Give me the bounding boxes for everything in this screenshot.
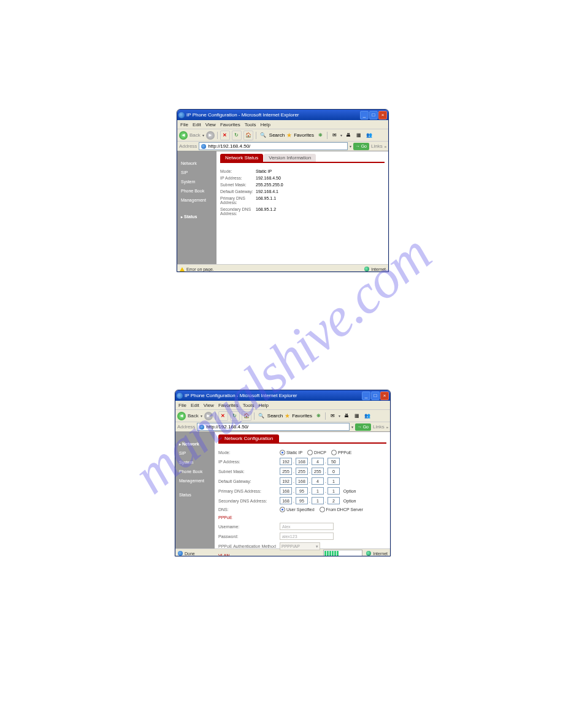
field-value: 192.168.4.1 [256,189,278,194]
radio-from-dhcp[interactable]: From DHCP Server [320,507,364,512]
edit-button[interactable]: ▦ [353,412,361,420]
sidebar-item-system[interactable]: System [177,177,216,186]
menu-edit[interactable]: Edit [193,122,201,127]
stop-button[interactable]: ✕ [220,131,230,140]
gw-octet[interactable]: 168 [296,477,308,485]
go-button[interactable]: → Go [355,423,371,431]
discuss-button[interactable]: 👥 [365,131,373,140]
links-label[interactable]: Links [371,143,383,149]
address-input[interactable]: http://192.168.4.50/ [197,423,349,431]
mask-octet[interactable]: 255 [296,468,308,475]
maximize-button[interactable]: □ [369,111,378,119]
auth-select[interactable]: PPPP/AP▾ [280,542,320,550]
sidebar-item-network[interactable]: ▸Network [175,439,215,449]
minimize-button[interactable]: _ [362,392,370,400]
dns1-octet[interactable]: 168 [280,487,292,495]
home-button[interactable]: 🏠 [242,411,251,421]
favorites-label[interactable]: Favorites [294,132,314,138]
sidebar-item-status[interactable]: ▸Status [177,212,216,221]
menu-view[interactable]: View [204,403,214,408]
dns2-octet[interactable]: 1 [312,497,324,504]
media-button[interactable]: ❋ [316,131,324,140]
menu-file[interactable]: File [180,122,188,127]
menu-favorites[interactable]: Favorites [220,122,240,127]
go-button[interactable]: → Go [353,143,369,150]
sidebar-item-sip[interactable]: SIP [175,449,215,458]
discuss-button[interactable]: 👥 [363,412,372,420]
sidebar-item-management[interactable]: Management [175,476,215,485]
mask-octet[interactable]: 255 [280,468,292,475]
refresh-button[interactable]: ↻ [230,411,240,421]
refresh-button[interactable]: ↻ [232,131,242,140]
radio-dhcp[interactable]: DHCP [307,450,326,455]
print-button[interactable]: 🖶 [344,131,353,140]
forward-button[interactable]: ► [204,412,213,420]
search-icon[interactable]: 🔍 [259,131,267,140]
menu-tools[interactable]: Tools [245,122,256,127]
ip-octet[interactable]: 168 [296,458,308,465]
sidebar-item-phonebook[interactable]: Phone Book [175,467,215,476]
ip-octet[interactable]: 192 [280,458,292,465]
media-button[interactable]: ❋ [314,412,323,420]
search-label[interactable]: Search [269,132,285,138]
edit-button[interactable]: ▦ [354,131,363,140]
tab-network-config[interactable]: Network Configuration [218,434,279,442]
print-button[interactable]: 🖶 [342,412,351,420]
dns2-octet[interactable]: 168 [280,497,292,504]
menu-tools[interactable]: Tools [243,403,255,408]
menu-file[interactable]: File [178,403,186,408]
ip-octet[interactable]: 50 [327,458,340,465]
favorites-label[interactable]: Favorites [292,413,312,419]
radio-pppoe[interactable]: PPPoE [331,450,352,455]
close-button[interactable]: × [378,111,387,119]
home-button[interactable]: 🏠 [243,131,253,140]
dns1-octet[interactable]: 95 [296,487,308,495]
menu-view[interactable]: View [205,122,216,127]
close-button[interactable]: × [380,392,389,400]
sidebar-item-network[interactable]: Network [177,159,216,168]
gw-octet[interactable]: 192 [280,477,292,485]
search-label[interactable]: Search [267,413,283,419]
option-link[interactable]: Option [343,489,356,493]
username-input[interactable]: Alex [280,523,334,530]
dns1-octet[interactable]: 1 [312,487,324,495]
tab-network-status[interactable]: Network Status [220,154,263,162]
mask-octet[interactable]: 255 [312,468,324,475]
maximize-button[interactable]: □ [371,392,380,400]
sidebar-item-system[interactable]: System [175,458,215,467]
sidebar-item-sip[interactable]: SIP [177,168,216,177]
mask-octet[interactable]: 0 [327,468,340,475]
minimize-button[interactable]: _ [360,111,369,119]
search-icon[interactable]: 🔍 [257,412,266,420]
password-input[interactable]: alex123 [280,533,334,540]
back-label[interactable]: Back [190,132,201,138]
field-label: IP Address: [220,176,256,180]
option-link[interactable]: Option [343,499,356,503]
dns1-octet[interactable]: 1 [327,487,340,495]
tab-version-info[interactable]: Version Information [264,154,316,162]
stop-button[interactable]: ✕ [218,411,228,421]
mask-label: Subnet Mask: [218,469,280,474]
forward-button[interactable]: ► [206,131,215,140]
radio-user-specified[interactable]: User Specified [280,507,315,512]
menu-edit[interactable]: Edit [191,403,199,408]
dns2-octet[interactable]: 95 [296,497,308,504]
mail-button[interactable]: ✉ [330,131,339,140]
back-label[interactable]: Back [188,413,199,419]
sidebar-item-management[interactable]: Management [177,195,216,205]
address-input[interactable]: http://192.168.4.50/ [199,142,347,150]
sidebar-item-status[interactable]: Status [175,490,215,499]
sidebar-item-phonebook[interactable]: Phone Book [177,186,216,195]
favorites-icon[interactable]: ★ [286,132,292,138]
links-label[interactable]: Links [373,424,385,430]
dns2-octet[interactable]: 2 [327,497,340,504]
gw-octet[interactable]: 4 [312,477,324,485]
gw-octet[interactable]: 1 [327,477,340,485]
menu-help[interactable]: Help [260,122,270,127]
mail-button[interactable]: ✉ [328,412,337,420]
ip-octet[interactable]: 4 [312,458,324,465]
favorites-icon[interactable]: ★ [285,412,290,419]
menu-help[interactable]: Help [258,403,268,408]
radio-static-ip[interactable]: Static IP [280,450,302,455]
menu-favorites[interactable]: Favorites [218,403,239,408]
